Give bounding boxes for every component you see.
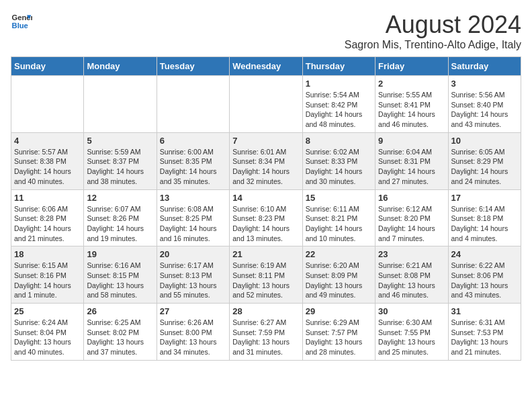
day-info: Sunrise: 6:26 AM Sunset: 8:00 PM Dayligh… <box>160 318 226 357</box>
week-row-5: 25Sunrise: 6:24 AM Sunset: 8:04 PM Dayli… <box>11 304 521 361</box>
day-number: 20 <box>160 249 226 259</box>
day-cell: 20Sunrise: 6:17 AM Sunset: 8:13 PM Dayli… <box>157 246 229 304</box>
day-info: Sunrise: 5:59 AM Sunset: 8:37 PM Dayligh… <box>87 147 153 187</box>
day-cell: 21Sunrise: 6:19 AM Sunset: 8:11 PM Dayli… <box>230 246 302 304</box>
day-cell: 19Sunrise: 6:16 AM Sunset: 8:15 PM Dayli… <box>84 246 157 304</box>
day-cell: 30Sunrise: 6:30 AM Sunset: 7:55 PM Dayli… <box>375 304 448 361</box>
column-header-tuesday: Tuesday <box>157 57 229 76</box>
day-info: Sunrise: 6:11 AM Sunset: 8:21 PM Dayligh… <box>306 204 372 244</box>
day-number: 30 <box>378 306 445 316</box>
day-number: 10 <box>451 136 518 146</box>
day-number: 15 <box>306 193 372 203</box>
day-number: 14 <box>232 193 299 203</box>
subtitle: Sagron Mis, Trentino-Alto Adige, Italy <box>345 39 521 51</box>
day-number: 12 <box>87 193 153 203</box>
day-number: 17 <box>451 193 518 203</box>
column-header-saturday: Saturday <box>448 57 521 76</box>
day-info: Sunrise: 6:12 AM Sunset: 8:20 PM Dayligh… <box>378 204 445 244</box>
day-number: 16 <box>378 193 445 203</box>
day-number: 1 <box>306 79 372 89</box>
day-cell: 28Sunrise: 6:27 AM Sunset: 7:59 PM Dayli… <box>230 304 302 361</box>
day-cell: 31Sunrise: 6:31 AM Sunset: 7:53 PM Dayli… <box>448 304 521 361</box>
day-number: 28 <box>232 306 299 316</box>
day-cell: 13Sunrise: 6:08 AM Sunset: 8:25 PM Dayli… <box>157 189 229 246</box>
day-info: Sunrise: 6:05 AM Sunset: 8:29 PM Dayligh… <box>451 147 518 187</box>
day-number: 4 <box>14 136 81 146</box>
day-cell: 26Sunrise: 6:25 AM Sunset: 8:02 PM Dayli… <box>84 304 157 361</box>
day-info: Sunrise: 6:19 AM Sunset: 8:11 PM Dayligh… <box>232 261 299 300</box>
day-info: Sunrise: 6:20 AM Sunset: 8:09 PM Dayligh… <box>306 261 372 300</box>
week-row-1: 1Sunrise: 5:54 AM Sunset: 8:42 PM Daylig… <box>11 76 521 133</box>
day-number: 18 <box>14 249 81 259</box>
day-cell: 12Sunrise: 6:07 AM Sunset: 8:26 PM Dayli… <box>84 189 157 246</box>
day-info: Sunrise: 6:31 AM Sunset: 7:53 PM Dayligh… <box>451 318 518 357</box>
day-number: 13 <box>160 193 226 203</box>
day-cell: 27Sunrise: 6:26 AM Sunset: 8:00 PM Dayli… <box>157 304 229 361</box>
day-info: Sunrise: 6:14 AM Sunset: 8:18 PM Dayligh… <box>451 204 518 244</box>
day-info: Sunrise: 6:07 AM Sunset: 8:26 PM Dayligh… <box>87 204 153 244</box>
day-cell: 2Sunrise: 5:55 AM Sunset: 8:41 PM Daylig… <box>375 76 448 133</box>
day-number: 23 <box>378 249 445 259</box>
day-cell: 1Sunrise: 5:54 AM Sunset: 8:42 PM Daylig… <box>302 76 375 133</box>
column-header-thursday: Thursday <box>302 57 375 76</box>
day-info: Sunrise: 6:27 AM Sunset: 7:59 PM Dayligh… <box>232 318 299 357</box>
day-number: 3 <box>451 79 518 89</box>
day-number: 21 <box>232 249 299 259</box>
logo: General Blue <box>11 11 32 32</box>
day-info: Sunrise: 6:16 AM Sunset: 8:15 PM Dayligh… <box>87 261 153 300</box>
day-info: Sunrise: 5:57 AM Sunset: 8:38 PM Dayligh… <box>14 147 81 187</box>
day-info: Sunrise: 6:17 AM Sunset: 8:13 PM Dayligh… <box>160 261 226 300</box>
day-info: Sunrise: 6:06 AM Sunset: 8:28 PM Dayligh… <box>14 204 81 244</box>
week-row-2: 4Sunrise: 5:57 AM Sunset: 8:38 PM Daylig… <box>11 132 521 189</box>
day-info: Sunrise: 6:25 AM Sunset: 8:02 PM Dayligh… <box>87 318 153 357</box>
column-header-friday: Friday <box>375 57 448 76</box>
day-cell: 16Sunrise: 6:12 AM Sunset: 8:20 PM Dayli… <box>375 189 448 246</box>
day-info: Sunrise: 6:10 AM Sunset: 8:23 PM Dayligh… <box>232 204 299 244</box>
day-cell: 18Sunrise: 6:15 AM Sunset: 8:16 PM Dayli… <box>11 246 84 304</box>
day-info: Sunrise: 6:29 AM Sunset: 7:57 PM Dayligh… <box>306 318 372 357</box>
day-info: Sunrise: 5:54 AM Sunset: 8:42 PM Dayligh… <box>306 90 372 130</box>
day-cell: 29Sunrise: 6:29 AM Sunset: 7:57 PM Dayli… <box>302 304 375 361</box>
day-info: Sunrise: 5:55 AM Sunset: 8:41 PM Dayligh… <box>378 90 445 130</box>
day-info: Sunrise: 6:00 AM Sunset: 8:35 PM Dayligh… <box>160 147 226 187</box>
day-info: Sunrise: 6:01 AM Sunset: 8:34 PM Dayligh… <box>232 147 299 187</box>
day-cell: 22Sunrise: 6:20 AM Sunset: 8:09 PM Dayli… <box>302 246 375 304</box>
column-header-sunday: Sunday <box>11 57 84 76</box>
day-info: Sunrise: 6:02 AM Sunset: 8:33 PM Dayligh… <box>306 147 372 187</box>
day-number: 27 <box>160 306 226 316</box>
day-number: 11 <box>14 193 81 203</box>
day-cell: 15Sunrise: 6:11 AM Sunset: 8:21 PM Dayli… <box>302 189 375 246</box>
day-info: Sunrise: 6:22 AM Sunset: 8:06 PM Dayligh… <box>451 261 518 300</box>
day-cell <box>11 76 84 133</box>
day-number: 31 <box>451 306 518 316</box>
day-cell: 5Sunrise: 5:59 AM Sunset: 8:37 PM Daylig… <box>84 132 157 189</box>
day-info: Sunrise: 6:15 AM Sunset: 8:16 PM Dayligh… <box>14 261 81 300</box>
day-cell: 9Sunrise: 6:04 AM Sunset: 8:31 PM Daylig… <box>375 132 448 189</box>
day-cell: 6Sunrise: 6:00 AM Sunset: 8:35 PM Daylig… <box>157 132 229 189</box>
logo-icon: General Blue <box>11 11 32 32</box>
svg-text:Blue: Blue <box>12 21 28 30</box>
day-cell: 8Sunrise: 6:02 AM Sunset: 8:33 PM Daylig… <box>302 132 375 189</box>
day-number: 19 <box>87 249 153 259</box>
day-cell: 11Sunrise: 6:06 AM Sunset: 8:28 PM Dayli… <box>11 189 84 246</box>
day-number: 7 <box>232 136 299 146</box>
day-cell: 24Sunrise: 6:22 AM Sunset: 8:06 PM Dayli… <box>448 246 521 304</box>
day-number: 9 <box>378 136 445 146</box>
day-number: 25 <box>14 306 81 316</box>
calendar: SundayMondayTuesdayWednesdayThursdayFrid… <box>11 56 521 361</box>
day-cell: 3Sunrise: 5:56 AM Sunset: 8:40 PM Daylig… <box>448 76 521 133</box>
column-header-monday: Monday <box>84 57 157 76</box>
column-header-wednesday: Wednesday <box>230 57 302 76</box>
day-info: Sunrise: 6:04 AM Sunset: 8:31 PM Dayligh… <box>378 147 445 187</box>
day-cell: 4Sunrise: 5:57 AM Sunset: 8:38 PM Daylig… <box>11 132 84 189</box>
day-number: 26 <box>87 306 153 316</box>
day-number: 2 <box>378 79 445 89</box>
day-number: 5 <box>87 136 153 146</box>
day-cell: 23Sunrise: 6:21 AM Sunset: 8:08 PM Dayli… <box>375 246 448 304</box>
day-cell: 7Sunrise: 6:01 AM Sunset: 8:34 PM Daylig… <box>230 132 302 189</box>
day-number: 29 <box>306 306 372 316</box>
week-row-3: 11Sunrise: 6:06 AM Sunset: 8:28 PM Dayli… <box>11 189 521 246</box>
title-block: August 2024 Sagron Mis, Trentino-Alto Ad… <box>345 11 521 51</box>
day-cell <box>230 76 302 133</box>
day-number: 8 <box>306 136 372 146</box>
